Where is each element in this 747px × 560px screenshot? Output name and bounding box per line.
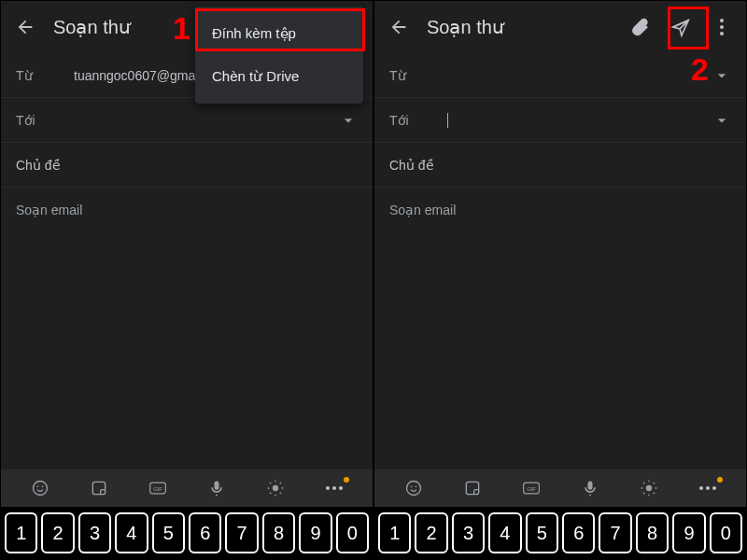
key-8[interactable]: 8 [636,512,669,553]
compose-fields: Từ Tới Chủ đề [374,53,746,188]
key-6[interactable]: 6 [189,512,221,553]
body-placeholder[interactable]: Soạn email [1,188,373,469]
keyboard-toolbar: GIF [374,469,746,507]
text-cursor [447,113,448,128]
right-screenshot: Soạn thư Từ Tới Chủ đề Soạn e [374,0,747,560]
attachment-icon[interactable] [627,14,653,40]
to-value [447,112,698,128]
menu-insert-drive[interactable]: Chèn từ Drive [195,55,363,98]
subject-placeholder: Chủ đề [16,158,358,173]
gear-icon[interactable] [636,475,662,501]
more-horizontal-icon[interactable] [695,475,721,501]
to-label: Tới [389,113,436,128]
to-row[interactable]: Tới [1,98,373,143]
svg-rect-10 [466,482,478,494]
key-4[interactable]: 4 [115,512,148,553]
keyboard-number-row: 1 2 3 4 5 6 7 8 9 0 [1,507,373,559]
mic-icon[interactable] [204,475,230,501]
key-0[interactable]: 0 [710,512,742,553]
emoji-icon[interactable] [27,475,53,501]
sticker-icon[interactable] [86,475,112,501]
chevron-down-icon[interactable] [709,111,731,130]
mic-icon[interactable] [577,475,603,501]
key-7[interactable]: 7 [599,512,631,553]
more-horizontal-icon[interactable] [321,475,347,501]
from-label: Từ [16,68,63,83]
key-9[interactable]: 9 [299,512,331,553]
svg-point-13 [646,486,651,491]
key-8[interactable]: 8 [262,512,295,553]
subject-placeholder: Chủ đề [389,158,731,173]
body-placeholder[interactable]: Soạn email [374,188,746,469]
svg-text:GIF: GIF [153,486,162,492]
compose-topbar: Soạn thư [374,1,746,53]
gif-icon[interactable]: GIF [518,475,544,501]
back-icon[interactable] [386,14,412,40]
svg-point-7 [406,482,420,496]
sticker-icon[interactable] [459,475,486,501]
attach-menu: Đính kèm tệp Chèn từ Drive [195,7,363,104]
chevron-down-icon[interactable] [335,111,358,130]
key-5[interactable]: 5 [526,512,558,553]
key-9[interactable]: 9 [672,512,705,553]
key-3[interactable]: 3 [452,512,485,553]
more-vertical-icon[interactable] [709,14,735,40]
key-7[interactable]: 7 [225,512,258,553]
key-1[interactable]: 1 [378,512,411,553]
svg-point-1 [36,486,38,488]
key-2[interactable]: 2 [41,512,74,553]
send-icon[interactable] [668,14,694,40]
menu-attach-file[interactable]: Đính kèm tệp [195,12,363,55]
to-row[interactable]: Tới [374,98,746,143]
gear-icon[interactable] [262,475,289,501]
svg-point-2 [41,486,43,488]
keyboard-toolbar: GIF [1,469,373,507]
key-4[interactable]: 4 [488,512,521,553]
compose-title: Soạn thư [427,16,612,38]
svg-rect-3 [92,482,105,494]
key-6[interactable]: 6 [562,512,595,553]
key-5[interactable]: 5 [152,512,185,553]
from-label: Từ [389,68,436,83]
keyboard-number-row: 1 2 3 4 5 6 7 8 9 0 [374,507,746,559]
subject-row[interactable]: Chủ đề [374,143,746,188]
gif-icon[interactable]: GIF [145,475,171,501]
back-icon[interactable] [12,14,38,40]
left-screenshot: Soạn thư Từ tuanngoc0607@gmail.co Tới Ch… [0,0,374,560]
svg-text:GIF: GIF [527,486,536,492]
from-row[interactable]: Từ [374,53,746,98]
subject-row[interactable]: Chủ đề [1,143,373,188]
svg-point-6 [273,486,277,491]
key-0[interactable]: 0 [336,512,369,553]
to-label: Tới [16,113,63,128]
svg-point-0 [33,482,47,496]
emoji-icon[interactable] [401,475,427,501]
key-2[interactable]: 2 [415,512,447,553]
key-1[interactable]: 1 [5,512,37,553]
chevron-down-icon[interactable] [709,66,731,85]
svg-point-9 [415,486,416,488]
svg-point-8 [410,486,412,488]
key-3[interactable]: 3 [78,512,111,553]
